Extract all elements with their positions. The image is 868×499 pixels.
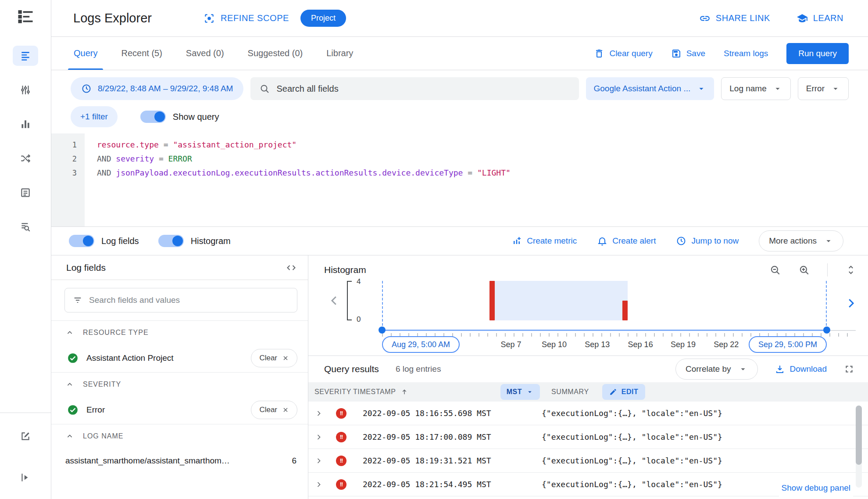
nav-log-based-metrics[interactable] [13,114,38,134]
results-scrollbar[interactable] [856,406,862,488]
tab-saved[interactable]: Saved (0) [174,37,236,70]
correlate-by-dropdown[interactable]: Correlate by [675,359,758,380]
table-row[interactable]: !! 2022-09-05 18:19:31.521 MST {"executi… [308,449,868,473]
show-query-toggle[interactable] [140,111,166,123]
scrollbar-thumb[interactable] [856,406,862,465]
histogram-toggle-label: Histogram [191,236,231,246]
tab-recent[interactable]: Recent (5) [109,37,174,70]
download-button[interactable]: Download [775,364,827,374]
more-actions-button[interactable]: More actions [759,230,843,251]
send-feedback-button[interactable] [13,426,38,446]
nav-logs-dashboard[interactable] [13,80,38,100]
nav-logs-explorer[interactable] [13,46,38,66]
code-line: AND jsonPayload.executionLog.executionRe… [97,166,511,180]
learn-button[interactable]: LEARN [797,13,843,24]
timezone-dropdown[interactable]: MST [500,384,540,400]
log-router-icon [20,153,31,164]
clear-query-button[interactable]: Clear query [594,48,652,59]
column-timestamp[interactable]: TIMESTAMP MST [353,384,551,400]
tab-library[interactable]: Library [314,37,365,70]
expand-row-icon[interactable] [308,456,329,465]
histogram-prev-button[interactable] [328,294,341,307]
row-summary: {"executionLog":{…}, "locale":"en-US"} [542,456,868,465]
project-scope-badge[interactable]: Project [300,10,346,27]
stream-logs-button[interactable]: Stream logs [724,49,768,58]
close-icon [282,406,289,413]
fullscreen-icon[interactable] [843,363,855,375]
chevron-down-icon [773,84,782,93]
range-start-line [382,281,383,330]
edit-label: EDIT [622,388,638,396]
slider-handle-start[interactable] [379,327,386,334]
resource-type-dropdown[interactable]: Google Assistant Action ... [586,77,714,100]
log-storage-icon [20,187,31,198]
unfold-more-icon[interactable] [845,264,857,276]
chevron-down-icon [697,84,706,93]
range-end-pill[interactable]: Sep 29, 5:00 PM [749,336,827,353]
tab-suggested[interactable]: Suggested (0) [236,37,315,70]
nav-log-analytics[interactable] [13,217,38,237]
refine-scope-button[interactable]: REFINE SCOPE [204,13,289,24]
field-item-severity[interactable]: Error Clear [51,396,308,424]
create-metric-button[interactable]: Create metric [511,236,577,246]
edit-summary-button[interactable]: EDIT [602,384,645,400]
zoom-in-button[interactable] [798,264,810,276]
histogram-selection[interactable] [489,281,627,320]
time-range-slider[interactable] [382,328,827,333]
fields-search-input[interactable] [89,295,289,305]
time-range-chip[interactable]: 8/29/22, 8:48 AM – 9/29/22, 9:48 AM [71,77,243,100]
query-code[interactable]: resource.type = "assistant_action_projec… [85,133,511,226]
y-axis-bracket [347,281,352,320]
zoom-out-button[interactable] [769,264,781,276]
check-circle-icon [67,352,79,364]
section-log-name[interactable]: LOG NAME [51,424,308,448]
histogram-plot[interactable] [382,281,827,320]
query-editor[interactable]: 1 2 3 resource.type = "assistant_action_… [51,133,868,226]
nav-log-router[interactable] [13,148,38,169]
clear-label: Clear [259,406,277,414]
create-alert-button[interactable]: Create alert [597,236,656,246]
histogram-next-button[interactable] [844,297,857,310]
range-start-pill[interactable]: Aug 29, 5:00 AM [382,336,460,353]
right-panel: Histogram 4 0 [308,255,868,499]
table-row[interactable]: !! 2022-09-05 18:16:55.698 MST {"executi… [308,402,868,425]
log-name-dropdown[interactable]: Log name [721,77,791,100]
histogram-toggle[interactable] [158,235,184,247]
nav-log-storage[interactable] [13,183,38,203]
timezone-label: MST [507,388,522,396]
field-item-resource-type[interactable]: Assistant Action Project Clear [51,344,308,372]
y-axis-min: 0 [357,315,361,324]
log-fields-toggle[interactable] [69,235,94,247]
search-all-fields[interactable] [250,77,579,100]
clear-severity-button[interactable]: Clear [251,401,297,419]
filter-list-icon [73,295,82,305]
clear-resource-type-button[interactable]: Clear [251,349,297,367]
section-severity[interactable]: SEVERITY [51,372,308,396]
run-query-button[interactable]: Run query [786,43,849,64]
tab-query[interactable]: Query [62,37,109,70]
scope-icon [204,13,215,24]
search-all-fields-input[interactable] [276,84,570,94]
expand-row-icon[interactable] [308,433,329,442]
save-button[interactable]: Save [671,48,705,59]
expand-panel-button[interactable] [13,467,38,488]
log-fields-header: Log fields [51,255,308,280]
add-filter-chip[interactable]: +1 filter [71,106,118,127]
table-row[interactable]: !! 2022-09-05 18:17:00.089 MST {"executi… [308,425,868,449]
fields-search-box[interactable] [64,288,297,312]
share-link-button[interactable]: SHARE LINK [699,13,770,24]
code-brackets-icon[interactable] [286,262,296,273]
slider-handle-end[interactable] [823,327,830,334]
severity-dropdown[interactable]: Error [798,77,849,100]
field-item-log-name[interactable]: assistant_smarthome/assistant_smarthom… … [51,448,308,474]
section-resource-type[interactable]: RESOURCE TYPE [51,320,308,344]
sort-ascending-icon[interactable] [400,388,408,396]
expand-row-icon[interactable] [308,480,329,489]
row-timestamp: 2022-09-05 18:21:54.495 MST [353,480,542,489]
row-timestamp: 2022-09-05 18:16:55.698 MST [353,409,542,418]
show-debug-panel-link[interactable]: Show debug panel [779,480,853,496]
log-name-value: assistant_smarthome/assistant_smarthom… [65,456,230,466]
y-axis-max: 4 [357,277,361,286]
jump-to-now-button[interactable]: Jump to now [676,236,739,246]
expand-row-icon[interactable] [308,409,329,418]
